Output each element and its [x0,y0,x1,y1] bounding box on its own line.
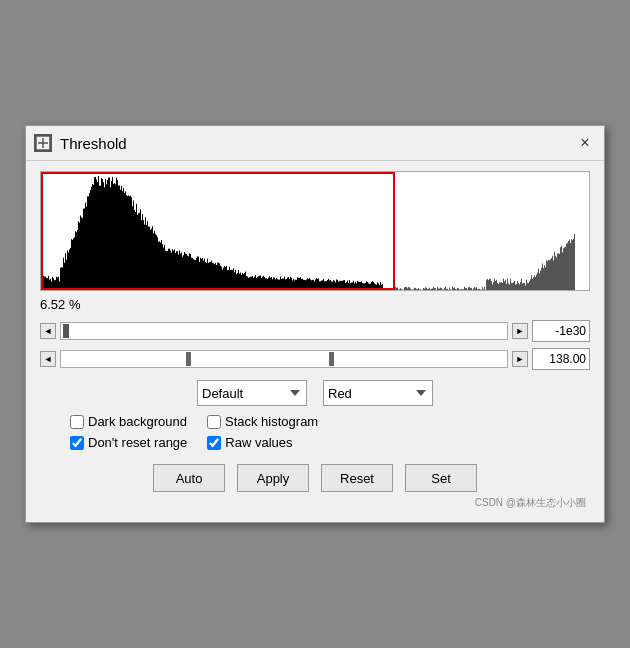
dont-reset-range-label: Don't reset range [88,435,187,450]
slider2-right-arrow[interactable]: ► [512,351,528,367]
dark-background-item[interactable]: Dark background [70,414,187,429]
dropdown-row: Default Linear Log Red Green Blue Gray [40,380,590,406]
slider1-right-arrow[interactable]: ► [512,323,528,339]
dont-reset-range-item[interactable]: Don't reset range [70,435,187,450]
raw-values-label: Raw values [225,435,292,450]
checkbox-row-1: Dark background Stack histogram [40,414,590,429]
slider2-left-arrow[interactable]: ◄ [40,351,56,367]
set-button[interactable]: Set [405,464,477,492]
histogram-left-panel [41,172,395,290]
percentage-label: 6.52 % [40,297,590,312]
stack-histogram-item[interactable]: Stack histogram [207,414,318,429]
stack-histogram-checkbox[interactable] [207,415,221,429]
stack-histogram-label: Stack histogram [225,414,318,429]
dialog-content: 6.52 % ◄ ► -1e30 ◄ ► 138.00 Default Line… [26,161,604,522]
slider2-value: 138.00 [532,348,590,370]
slider2-thumb-left[interactable] [186,352,191,366]
slider1-thumb[interactable] [63,324,69,338]
slider1-track[interactable] [60,322,508,340]
slider1-value: -1e30 [532,320,590,342]
raw-values-item[interactable]: Raw values [207,435,292,450]
channel-dropdown[interactable]: Red Green Blue Gray [323,380,433,406]
close-button[interactable]: × [574,132,596,154]
histogram-container [40,171,590,291]
watermark: CSDN @森林生态小小圈 [40,496,590,510]
title-bar: Threshold × [26,126,604,161]
app-icon [34,134,52,152]
slider-row-2: ◄ ► 138.00 [40,348,590,370]
auto-button[interactable]: Auto [153,464,225,492]
threshold-dialog: Threshold × 6.52 % ◄ ► -1e30 ◄ [25,125,605,523]
dark-background-checkbox[interactable] [70,415,84,429]
histogram-right-canvas [395,174,575,290]
slider-row-1: ◄ ► -1e30 [40,320,590,342]
slider1-left-arrow[interactable]: ◄ [40,323,56,339]
histogram-right-panel [395,172,589,290]
dark-background-label: Dark background [88,414,187,429]
raw-values-checkbox[interactable] [207,436,221,450]
dont-reset-range-checkbox[interactable] [70,436,84,450]
display-dropdown[interactable]: Default Linear Log [197,380,307,406]
slider2-thumb-right[interactable] [329,352,334,366]
histogram-left-canvas [43,172,383,288]
reset-button[interactable]: Reset [321,464,393,492]
slider2-track[interactable] [60,350,508,368]
checkbox-row-2: Don't reset range Raw values [40,435,590,450]
button-row: Auto Apply Reset Set [40,464,590,492]
dialog-title: Threshold [60,135,566,152]
apply-button[interactable]: Apply [237,464,309,492]
